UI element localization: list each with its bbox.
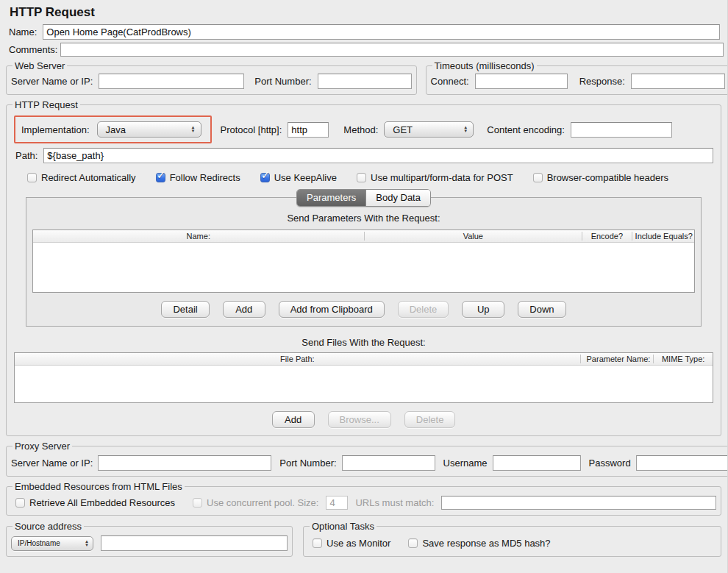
- checkbox-concurrent-pool[interactable]: Use concurrent pool. Size:: [193, 497, 318, 508]
- port-number-label: Port Number:: [254, 76, 311, 87]
- column-encode: Encode?: [582, 232, 631, 241]
- checkbox-box: [15, 498, 25, 508]
- proxy-server-name-input[interactable]: [98, 455, 271, 471]
- checkbox-redirect-automatically[interactable]: Redirect Automatically: [27, 172, 136, 183]
- timeouts-legend: Timeouts (milliseconds): [432, 60, 537, 71]
- proxy-port-input[interactable]: [342, 455, 435, 471]
- add-parameter-button[interactable]: Add: [223, 301, 265, 318]
- proxy-username-label: Username: [443, 458, 488, 469]
- http-request-group: HTTP Request Implementation: Java ▲▼ Pro…: [6, 99, 721, 436]
- implementation-select[interactable]: Java ▲▼: [97, 121, 201, 138]
- checkbox-box: [27, 173, 37, 182]
- down-button[interactable]: Down: [518, 301, 565, 318]
- optional-tasks-legend: Optional Tasks: [310, 521, 377, 532]
- checkbox-box: [357, 173, 366, 182]
- embedded-resources-legend: Embedded Resources from HTML Files: [13, 481, 185, 492]
- spinner-arrows-icon: ▲▼: [85, 540, 89, 547]
- implementation-highlight: Implementation: Java ▲▼: [14, 115, 212, 143]
- checkbox-box: [533, 173, 543, 182]
- path-input[interactable]: [43, 148, 713, 163]
- content-encoding-label: Content encoding:: [487, 124, 565, 135]
- optional-tasks-group: Optional Tasks Use as Monitor Save respo…: [303, 521, 721, 557]
- delete-file-button[interactable]: Delete: [404, 411, 456, 428]
- checkbox-use-keepalive[interactable]: ✓ Use KeepAlive: [260, 172, 337, 183]
- column-name: Name:: [33, 232, 364, 241]
- checkbox-multipart-post[interactable]: Use multipart/form-data for POST: [357, 172, 513, 183]
- response-timeout-input[interactable]: [631, 74, 725, 89]
- parameters-buttons: Detail Add Add from Clipboard Delete Up …: [32, 293, 695, 324]
- http-request-legend: HTTP Request: [13, 99, 80, 110]
- path-label: Path:: [15, 150, 38, 161]
- proxy-port-label: Port Number:: [279, 458, 336, 469]
- checkbox-box: ✓: [156, 173, 165, 182]
- method-label: Method:: [343, 124, 378, 135]
- comments-label: Comments:: [9, 44, 57, 55]
- checkbox-save-md5[interactable]: Save response as MD5 hash?: [408, 538, 550, 549]
- content-encoding-input[interactable]: [571, 122, 672, 138]
- protocol-input[interactable]: [288, 122, 329, 138]
- implementation-value: Java: [106, 124, 126, 135]
- files-table-body[interactable]: [15, 366, 713, 402]
- source-address-type-select[interactable]: IP/Hostname ▲▼: [11, 536, 93, 551]
- comments-input[interactable]: [60, 43, 724, 57]
- proxy-password-input[interactable]: [636, 455, 728, 471]
- column-mime-type: MIME Type:: [653, 355, 713, 363]
- proxy-server-name-label: Server Name or IP:: [11, 458, 93, 469]
- tab-parameters[interactable]: Parameters: [297, 190, 365, 206]
- detail-button[interactable]: Detail: [161, 301, 209, 318]
- urls-must-match-label: URLs must match:: [355, 497, 434, 508]
- parameters-table: Name: Value Encode? Include Equals?: [32, 229, 695, 293]
- request-flags-row: Redirect Automatically ✓ Follow Redirect…: [27, 172, 713, 183]
- parameters-table-body[interactable]: [33, 243, 694, 292]
- checkmark-icon: ✓: [157, 168, 166, 182]
- source-address-legend: Source address: [13, 521, 84, 532]
- spinner-arrows-icon: ▲▼: [463, 126, 468, 133]
- checkmark-icon: ✓: [261, 168, 271, 182]
- method-value: GET: [393, 124, 413, 135]
- files-table: File Path: Parameter Name: MIME Type:: [14, 352, 713, 403]
- browse-button[interactable]: Browse...: [328, 411, 391, 428]
- urls-must-match-input[interactable]: [441, 496, 716, 510]
- timeouts-group: Timeouts (milliseconds) Connect: Respons…: [426, 60, 728, 95]
- name-row: Name:: [9, 24, 720, 40]
- pool-size-input[interactable]: [326, 496, 348, 510]
- connect-timeout-label: Connect:: [431, 76, 469, 87]
- server-name-label: Server Name or IP:: [11, 76, 93, 87]
- source-address-input[interactable]: [101, 535, 288, 551]
- checkbox-use-as-monitor[interactable]: Use as Monitor: [313, 538, 390, 549]
- files-table-header: File Path: Parameter Name: MIME Type:: [15, 353, 713, 366]
- checkbox-browser-compatible-headers[interactable]: Browser-compatible headers: [533, 172, 668, 183]
- up-button[interactable]: Up: [462, 301, 504, 318]
- tabs-bar: Parameters Body Data: [11, 189, 716, 206]
- column-parameter-name: Parameter Name:: [580, 355, 654, 363]
- column-value: Value: [364, 232, 582, 241]
- method-select[interactable]: GET ▲▼: [384, 121, 474, 138]
- web-server-legend: Web Server: [13, 60, 67, 71]
- web-server-group: Web Server Server Name or IP: Port Numbe…: [6, 60, 417, 95]
- proxy-password-label: Password: [589, 458, 631, 469]
- source-address-type-value: IP/Hostname: [18, 539, 60, 547]
- proxy-server-legend: Proxy Server: [13, 441, 72, 452]
- parameters-title: Send Parameters With the Request:: [32, 213, 695, 224]
- name-input[interactable]: [43, 24, 720, 40]
- checkbox-box: [193, 498, 202, 508]
- name-label: Name:: [9, 26, 37, 38]
- embedded-resources-group: Embedded Resources from HTML Files Retri…: [6, 481, 721, 516]
- column-include-equals: Include Equals?: [632, 232, 694, 241]
- protocol-label: Protocol [http]:: [221, 124, 282, 135]
- delete-parameter-button[interactable]: Delete: [398, 301, 449, 318]
- add-file-button[interactable]: Add: [272, 411, 315, 428]
- spinner-arrows-icon: ▲▼: [191, 126, 196, 133]
- tab-body-data[interactable]: Body Data: [365, 190, 430, 206]
- port-number-input[interactable]: [318, 74, 412, 89]
- implementation-label: Implementation:: [21, 124, 90, 135]
- files-buttons: Add Browse... Delete: [11, 403, 716, 430]
- checkbox-follow-redirects[interactable]: ✓ Follow Redirects: [156, 172, 240, 183]
- add-from-clipboard-button[interactable]: Add from Clipboard: [279, 301, 385, 318]
- checkbox-retrieve-embedded[interactable]: Retrieve All Embedded Resources: [15, 497, 175, 508]
- source-address-group: Source address IP/Hostname ▲▼: [6, 521, 293, 557]
- server-name-input[interactable]: [99, 74, 244, 89]
- connect-timeout-input[interactable]: [475, 74, 568, 89]
- page-title: HTTP Request: [0, 0, 727, 24]
- proxy-username-input[interactable]: [493, 455, 581, 471]
